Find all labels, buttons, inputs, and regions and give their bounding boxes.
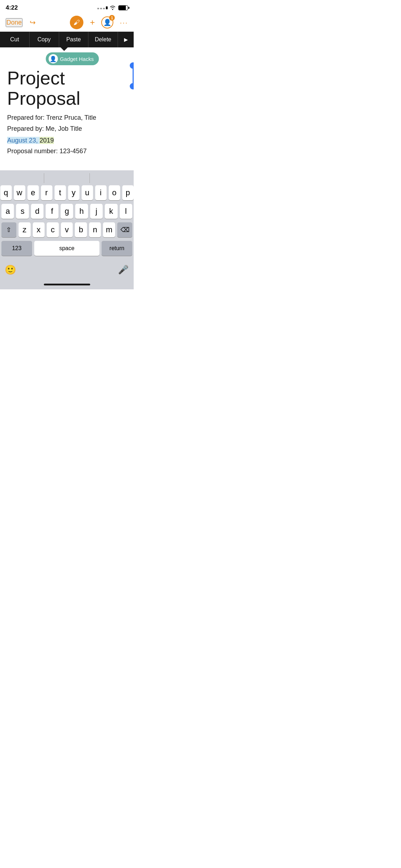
context-menu: Cut Copy Paste Delete ▶ (0, 32, 134, 47)
keyboard-row-3: ⇧ z x c v b n m ⌫ (1, 222, 132, 237)
key-h[interactable]: h (75, 204, 88, 219)
collaborator-badge: 1 (109, 15, 115, 21)
copy-button[interactable]: Copy (30, 32, 59, 47)
status-bar: 4:22 (0, 0, 134, 14)
keyboard: q w e r t y u i o p a s d f g h j k l ⇧ (0, 170, 134, 289)
key-p[interactable]: p (122, 185, 134, 200)
battery-icon (118, 5, 128, 10)
selection-handle-top[interactable] (130, 62, 134, 69)
collaborator-button[interactable]: 👤 1 (101, 16, 113, 29)
more-button[interactable]: ··· (120, 19, 128, 27)
key-x[interactable]: x (33, 222, 45, 237)
key-r[interactable]: r (41, 185, 52, 200)
document-meta: Prepared for: Trenz Pruca, Title Prepare… (7, 112, 127, 156)
keyboard-handles (0, 170, 134, 185)
paste-button[interactable]: Paste (59, 32, 89, 47)
keyboard-rows: q w e r t y u i o p a s d f g h j k l ⇧ (0, 185, 134, 260)
space-key[interactable]: space (34, 241, 99, 256)
keyboard-bottom-row: 🙂 🎤 (0, 260, 134, 279)
gadget-hacks-avatar: 👤 (48, 54, 58, 63)
key-f[interactable]: f (46, 204, 58, 219)
more-arrow-icon: ▶ (124, 37, 128, 42)
emoji-button[interactable]: 🙂 (3, 262, 18, 277)
key-n[interactable]: n (89, 222, 101, 237)
more-options-button[interactable]: ▶ (118, 32, 134, 47)
cut-button[interactable]: Cut (0, 32, 30, 47)
key-q[interactable]: q (0, 185, 12, 200)
handle-right (89, 173, 90, 183)
gadget-hacks-tooltip: 👤 Gadget Hacks (46, 52, 99, 65)
status-time: 4:22 (6, 4, 18, 11)
done-button[interactable]: Done (6, 18, 22, 27)
key-t[interactable]: t (55, 185, 66, 200)
brush-button[interactable]: 🖌 (70, 16, 83, 29)
toolbar: Done ↩ 🖌 + 👤 1 ··· (0, 14, 134, 32)
key-w[interactable]: w (14, 185, 25, 200)
mic-icon: 🎤 (118, 265, 129, 275)
date-green-part: 2019 (40, 137, 54, 144)
key-o[interactable]: o (109, 185, 120, 200)
mic-button[interactable]: 🎤 (116, 262, 131, 277)
add-button[interactable]: + (90, 17, 95, 27)
key-z[interactable]: z (19, 222, 31, 237)
key-a[interactable]: a (1, 204, 14, 219)
keyboard-row-1: q w e r t y u i o p (1, 185, 132, 200)
key-c[interactable]: c (47, 222, 59, 237)
key-l[interactable]: l (120, 204, 132, 219)
wifi-icon (109, 5, 116, 11)
gadget-hacks-label: Gadget Hacks (60, 56, 94, 62)
date-line: August 23, 2019 (7, 135, 127, 146)
key-m[interactable]: m (103, 222, 115, 237)
key-i[interactable]: i (95, 185, 107, 200)
document-area: 👤 Gadget Hacks Project Proposal Prepared… (0, 47, 134, 162)
document-title[interactable]: Project Proposal (7, 68, 127, 109)
key-g[interactable]: g (61, 204, 73, 219)
numbers-key[interactable]: 123 (1, 241, 32, 256)
emoji-icon: 🙂 (5, 264, 16, 275)
date-blue-part: August 23, (7, 137, 40, 144)
prepared-for-line: Prepared for: Trenz Pruca, Title (7, 112, 127, 123)
key-y[interactable]: y (68, 185, 79, 200)
prepared-by-line: Prepared by: Me, Job Title (7, 123, 127, 134)
avatar-person-icon: 👤 (50, 56, 57, 62)
key-j[interactable]: j (90, 204, 103, 219)
signal-icon (97, 6, 108, 9)
backspace-key[interactable]: ⌫ (117, 222, 132, 237)
key-k[interactable]: k (105, 204, 117, 219)
keyboard-row-2: a s d f g h j k l (1, 204, 132, 219)
backspace-icon: ⌫ (120, 226, 129, 234)
key-u[interactable]: u (82, 185, 93, 200)
handle-left (44, 173, 44, 183)
home-bar (44, 284, 90, 285)
delete-button[interactable]: Delete (88, 32, 118, 47)
key-b[interactable]: b (75, 222, 87, 237)
keyboard-row-4: 123 space return (1, 241, 132, 256)
key-s[interactable]: s (16, 204, 29, 219)
undo-icon: ↩ (30, 18, 36, 27)
toolbar-center: 🖌 + 👤 1 ··· (70, 16, 128, 29)
proposal-number-line: Proposal number: 123-4567 (7, 146, 127, 157)
undo-button[interactable]: ↩ (27, 17, 38, 28)
status-icons (97, 5, 128, 11)
brush-icon: 🖌 (73, 19, 80, 26)
key-e[interactable]: e (27, 185, 39, 200)
selection-handle-bottom[interactable] (130, 83, 134, 89)
shift-icon: ⇧ (6, 226, 11, 234)
shift-key[interactable]: ⇧ (1, 222, 16, 237)
return-key[interactable]: return (102, 241, 132, 256)
key-d[interactable]: d (31, 204, 43, 219)
key-v[interactable]: v (61, 222, 73, 237)
home-indicator (0, 279, 134, 289)
